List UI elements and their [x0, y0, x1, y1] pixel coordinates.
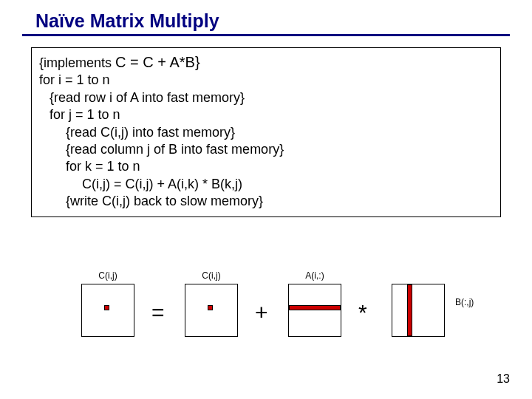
code-line-1: for i = 1 to n — [39, 72, 493, 89]
code-line-4: {read C(i,j) into fast memory} — [39, 124, 493, 141]
matrix-c-left-label: C(i,j) — [81, 270, 134, 281]
code-line-7: C(i,j) = C(i,j) + A(i,k) * B(k,j) — [39, 176, 493, 193]
matrix-c-left — [81, 284, 134, 337]
code-implements-prefix: {implements — [39, 55, 115, 70]
matrix-a-label: A(i,:) — [288, 270, 341, 281]
page-number: 13 — [497, 372, 510, 386]
code-line-2: {read row i of A into fast memory} — [39, 89, 493, 106]
pseudocode-box: {implements C = C + A*B} for i = 1 to n … — [31, 47, 501, 217]
slide-title: Naïve Matrix Multiply — [35, 10, 219, 32]
code-implements-line: {implements C = C + A*B} — [39, 52, 493, 72]
code-line-5: {read column j of B into fast memory} — [39, 141, 493, 158]
code-line-6: for k = 1 to n — [39, 158, 493, 175]
matrix-b-label: B(:,j) — [455, 297, 474, 307]
matrix-c-right-label: C(i,j) — [185, 270, 238, 281]
times-op: * — [358, 300, 367, 325]
matrix-diagram: C(i,j) = C(i,j) + A(i,:) * B(:,j) — [30, 273, 502, 347]
code-line-8: {write C(i,j) back to slow memory} — [39, 193, 493, 210]
code-line-3: for j = 1 to n — [39, 106, 493, 123]
code-implements-expr: C = C + A*B} — [115, 54, 200, 70]
matrix-a-row-icon — [289, 305, 341, 310]
equals-op: = — [151, 300, 165, 325]
matrix-b-col-icon — [407, 284, 412, 336]
matrix-c-right-element-icon — [208, 305, 213, 310]
matrix-a — [288, 284, 341, 337]
matrix-b — [392, 284, 445, 337]
title-underline — [22, 34, 510, 36]
matrix-c-right — [185, 284, 238, 337]
matrix-c-left-element-icon — [104, 305, 109, 310]
plus-op: + — [255, 300, 268, 325]
